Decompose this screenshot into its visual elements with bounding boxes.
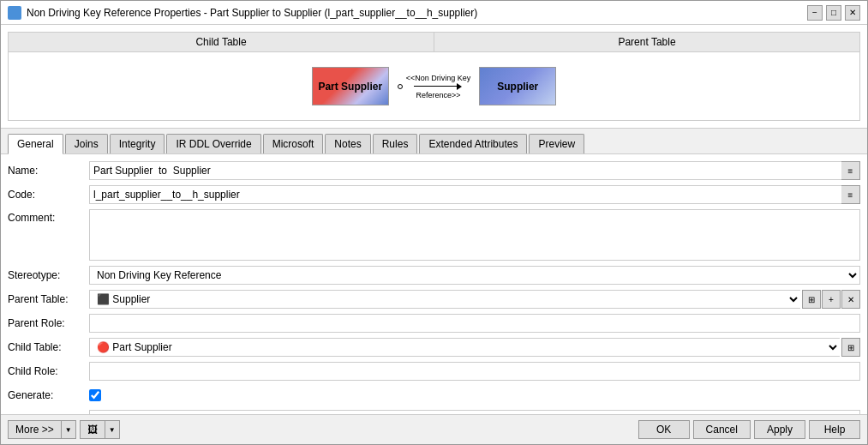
title-bar: Non Driving Key Reference Properties - P… (1, 1, 867, 25)
name-row: Name: ≡ (8, 161, 860, 180)
footer-left: More >> ▼ 🖼 ▼ (8, 420, 120, 439)
child-role-label: Child Role: (8, 365, 89, 377)
comment-row: Comment: (8, 209, 860, 261)
more-button[interactable]: More >> (8, 420, 61, 439)
tab-integrity[interactable]: Integrity (110, 134, 165, 153)
child-entity-box[interactable]: Part Supplier (312, 67, 389, 105)
minimize-button[interactable]: − (807, 5, 823, 21)
generate-row: Generate: (8, 386, 860, 405)
code-expand-button[interactable]: ≡ (841, 185, 860, 204)
tab-general[interactable]: General (8, 134, 63, 154)
name-expand-button[interactable]: ≡ (841, 161, 860, 180)
parent-entity-label: Supplier (497, 81, 538, 93)
content-area: Name: ≡ Code: ≡ Comment: Stereotype: Non… (1, 154, 867, 414)
tab-notes[interactable]: Notes (325, 134, 370, 153)
child-table-select[interactable]: 🔴 Part Supplier (89, 338, 840, 357)
name-label: Name: (8, 165, 89, 177)
tab-extended-attributes[interactable]: Extended Attributes (419, 134, 527, 153)
child-table-row: Child Table: 🔴 Part Supplier ⊞ (8, 338, 860, 357)
cancel-button[interactable]: Cancel (693, 420, 751, 439)
parent-table-label: Parent Table: (8, 293, 89, 305)
connector-circle (398, 84, 403, 89)
parent-table-action-btns: ⊞ + ✕ (802, 290, 860, 309)
ok-button[interactable]: OK (638, 420, 690, 439)
child-table-select-row: 🔴 Part Supplier ⊞ (89, 338, 860, 357)
line-segment (414, 86, 457, 87)
parent-table-new-button[interactable]: + (822, 290, 841, 309)
more-dropdown-button[interactable]: ▼ (61, 420, 76, 439)
generate-label: Generate: (8, 389, 89, 401)
title-bar-left: Non Driving Key Reference Properties - P… (8, 6, 477, 20)
code-input[interactable] (89, 185, 841, 204)
child-table-label: Child Table: (8, 341, 89, 353)
child-table-header: Child Table (9, 33, 434, 51)
tab-rules[interactable]: Rules (373, 134, 418, 153)
connector-label-top: <<Non Driving Key (406, 74, 471, 82)
child-role-row: Child Role: (8, 362, 860, 381)
tab-ir-ddl-override[interactable]: IR DDL Override (166, 134, 260, 153)
parent-table-select-row: ⬛ Supplier ⊞ + ✕ (89, 290, 860, 309)
child-entity-label: Part Supplier (318, 81, 382, 93)
help-button[interactable]: Help (809, 420, 860, 439)
window-title: Non Driving Key Reference Properties - P… (27, 7, 477, 19)
name-input[interactable] (89, 161, 841, 180)
diagram-canvas: Part Supplier <<Non Driving Key Referenc… (8, 52, 860, 121)
more-button-split: More >> ▼ (8, 420, 76, 439)
parent-table-header: Parent Table (434, 33, 859, 51)
parent-table-delete-button[interactable]: ✕ (841, 290, 860, 309)
comment-label: Comment: (8, 209, 89, 224)
parent-entity-box[interactable]: Supplier (479, 67, 556, 105)
tab-preview[interactable]: Preview (529, 134, 584, 153)
stereotype-label: Stereotype: (8, 269, 89, 281)
title-controls: − □ ✕ (807, 5, 860, 21)
connector: <<Non Driving Key Reference>> (398, 74, 471, 99)
code-label: Code: (8, 189, 89, 201)
child-table-properties-button[interactable]: ⊞ (841, 338, 860, 357)
code-field-container: ≡ (89, 185, 860, 204)
footer-right: OK Cancel Apply Help (638, 420, 860, 439)
window-icon (8, 6, 21, 20)
arrow-line (414, 83, 462, 90)
child-table-action-btns: ⊞ (841, 338, 860, 357)
main-window: Non Driving Key Reference Properties - P… (0, 0, 868, 445)
apply-button[interactable]: Apply (754, 420, 805, 439)
tabs-area: General Joins Integrity IR DDL Override … (1, 129, 867, 154)
parent-role-input[interactable] (89, 314, 860, 333)
diagram-header: Child Table Parent Table (8, 32, 860, 52)
name-field-container: ≡ (89, 161, 860, 180)
parent-role-label: Parent Role: (8, 317, 89, 329)
icon-dropdown-button[interactable]: ▼ (105, 420, 120, 439)
parent-table-properties-button[interactable]: ⊞ (802, 290, 821, 309)
icon-button-split: 🖼 ▼ (80, 420, 120, 439)
parent-role-row: Parent Role: (8, 314, 860, 333)
child-role-input[interactable] (89, 362, 860, 381)
connector-label-bottom: Reference>> (416, 91, 460, 99)
comment-input[interactable] (89, 209, 860, 261)
tab-microsoft[interactable]: Microsoft (263, 134, 324, 153)
code-row: Code: ≡ (8, 185, 860, 204)
maximize-button[interactable]: □ (826, 5, 841, 21)
tabs-container: General Joins Integrity IR DDL Override … (8, 134, 860, 153)
parent-table-row: Parent Table: ⬛ Supplier ⊞ + ✕ (8, 290, 860, 309)
parent-table-select[interactable]: ⬛ Supplier (89, 290, 800, 309)
icon-main-button[interactable]: 🖼 (80, 420, 105, 439)
stereotype-select[interactable]: Non Driving Key Reference (89, 266, 860, 285)
connector-line: <<Non Driving Key Reference>> (406, 74, 471, 99)
arrow-end (457, 83, 462, 90)
diagram-area: Child Table Parent Table Part Supplier <… (1, 25, 867, 129)
close-button[interactable]: ✕ (845, 5, 860, 21)
generate-checkbox[interactable] (89, 389, 101, 401)
footer-area: More >> ▼ 🖼 ▼ OK Cancel Apply Help (1, 414, 867, 444)
tab-joins[interactable]: Joins (65, 134, 108, 153)
stereotype-row: Stereotype: Non Driving Key Reference (8, 266, 860, 285)
